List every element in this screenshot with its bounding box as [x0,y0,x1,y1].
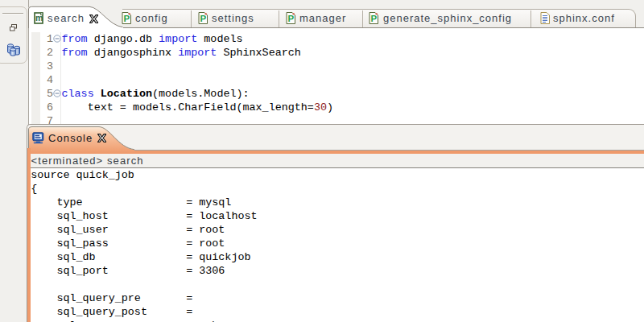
svg-text:m: m [35,13,43,23]
svg-text:P: P [371,14,378,23]
svg-text:P: P [200,14,207,23]
svg-text:P: P [124,14,130,23]
svg-text:P: P [288,14,295,23]
